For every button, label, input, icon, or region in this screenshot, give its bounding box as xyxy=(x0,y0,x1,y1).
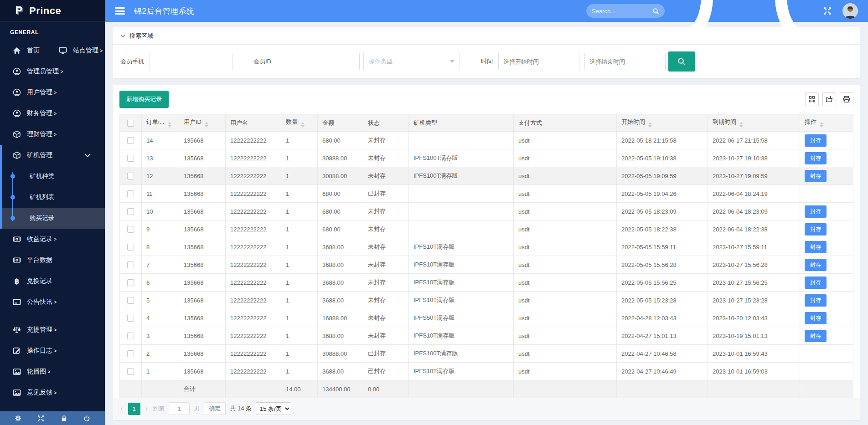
row-checkbox[interactable] xyxy=(127,297,134,304)
sidebar-item-平台数据[interactable]: 平台数据 xyxy=(0,250,105,271)
operation-type-select[interactable]: 操作类型 xyxy=(363,53,460,70)
sidebar-item-轮播图[interactable]: 轮播图> xyxy=(0,361,105,382)
seal-button[interactable]: 封存 xyxy=(805,312,827,324)
sidebar-item-label: 公告快讯 xyxy=(27,298,52,306)
column-header-checkbox xyxy=(120,114,142,132)
sidebar-item-财务管理[interactable]: 财务管理> xyxy=(0,103,105,124)
sidebar-item-管理员管理[interactable]: 管理员管理> xyxy=(0,61,105,82)
add-record-button[interactable]: 新增购买记录 xyxy=(119,91,169,108)
sidebar-subitem-购买记录[interactable]: 购买记录 xyxy=(2,208,105,229)
seal-button[interactable]: 封存 xyxy=(805,294,827,307)
row-checkbox[interactable] xyxy=(127,279,134,286)
goto-page-input[interactable] xyxy=(169,402,190,415)
sidebar-subitem-矿机列表[interactable]: 矿机列表 xyxy=(2,187,105,208)
fullscreen-toggle-icon[interactable] xyxy=(823,7,832,15)
seal-button[interactable]: 封存 xyxy=(805,152,827,164)
sidebar-item-操作日志[interactable]: 操作日志> xyxy=(0,340,105,361)
sort-icon[interactable] xyxy=(648,122,652,128)
power-icon[interactable] xyxy=(83,415,90,422)
row-checkbox[interactable] xyxy=(127,368,134,375)
column-header-user_id[interactable]: 用户ID xyxy=(179,114,226,132)
phone-input[interactable] xyxy=(150,53,232,70)
row-checkbox[interactable] xyxy=(127,244,134,251)
sort-icon[interactable] xyxy=(301,122,305,128)
page-size-select[interactable]: 15 条/页 xyxy=(256,402,291,415)
records-table-wrap: 订单i...用户ID用户名数量金额状态矿机类型支付方式开始时间到期时间操作 14… xyxy=(113,114,860,398)
column-header-start_time[interactable]: 开始时间 xyxy=(617,114,708,132)
print-button[interactable] xyxy=(840,92,853,106)
select-all-checkbox[interactable] xyxy=(127,120,134,127)
lock-icon[interactable] xyxy=(61,415,67,422)
sidebar-subitem-矿机种类[interactable]: 矿机种类 xyxy=(2,166,105,187)
hamburger-menu-icon[interactable] xyxy=(115,7,125,15)
seal-button[interactable]: 封存 xyxy=(805,330,827,342)
cell-end_time: 2023-10-27 15:23:28 xyxy=(708,292,800,309)
sidebar-item-兑换记录[interactable]: ฿兑换记录 xyxy=(0,271,105,292)
user-avatar[interactable] xyxy=(842,3,858,19)
end-time-input[interactable] xyxy=(584,53,666,70)
column-header-end_time[interactable]: 到期时间 xyxy=(708,114,800,132)
sidebar-item-矿机管理[interactable]: 矿机管理 xyxy=(2,145,105,166)
row-checkbox[interactable] xyxy=(127,333,134,339)
cell-payment: usdt xyxy=(514,274,617,292)
seal-button[interactable]: 封存 xyxy=(805,205,827,218)
table-row: 1213566812222222222130888.00未封存IPFS100T满… xyxy=(120,167,853,185)
sidebar-item-站点管理[interactable]: 站点管理> xyxy=(59,40,105,61)
search-input[interactable] xyxy=(592,8,650,15)
sidebar-item-用户管理[interactable]: 用户管理> xyxy=(0,82,105,103)
row-checkbox[interactable] xyxy=(127,155,134,162)
sidebar-item-公告快讯[interactable]: 公告快讯> xyxy=(0,292,105,312)
columns-toggle-button[interactable] xyxy=(805,92,819,106)
seal-button[interactable]: 封存 xyxy=(805,134,827,147)
cell-username: 12222222222 xyxy=(226,238,281,256)
row-checkbox[interactable] xyxy=(127,190,134,197)
row-checkbox[interactable] xyxy=(127,137,134,144)
seal-button[interactable]: 封存 xyxy=(805,241,827,253)
cell-order_id: 3 xyxy=(142,327,179,345)
row-checkbox[interactable] xyxy=(127,208,134,215)
sidebar-item-首页[interactable]: 首页 xyxy=(0,40,59,61)
sidebar-item-理财管理[interactable]: 理财管理> xyxy=(0,124,105,145)
column-header-action[interactable]: 操作 xyxy=(800,114,853,132)
seal-button[interactable]: 封存 xyxy=(805,223,827,236)
member-id-input[interactable] xyxy=(277,53,360,70)
column-header-order_id[interactable]: 订单i... xyxy=(142,114,179,132)
brand-logo[interactable]: PP Prince xyxy=(0,0,105,22)
row-checkbox[interactable] xyxy=(127,350,134,357)
column-header-qty[interactable]: 数量 xyxy=(281,114,318,132)
goto-confirm-button[interactable]: 确定 xyxy=(204,402,226,415)
sort-icon[interactable] xyxy=(168,122,171,128)
row-checkbox[interactable] xyxy=(127,261,134,268)
chevron-right-icon: > xyxy=(61,69,63,74)
sidebar-item-label: 站点管理 xyxy=(73,46,98,55)
cell-miner_type: IPFS100T满存版 xyxy=(409,345,514,363)
gear-icon[interactable] xyxy=(15,415,21,422)
chevron-right-icon: > xyxy=(54,111,57,116)
sidebar-item-收益记录[interactable]: 收益记录> xyxy=(0,229,105,250)
seal-button[interactable]: 封存 xyxy=(805,277,827,289)
sidebar-item-意见反馈[interactable]: 意见反馈> xyxy=(0,382,105,403)
current-page-button[interactable]: 1 xyxy=(128,403,140,415)
search-icon[interactable] xyxy=(652,8,659,15)
sort-icon[interactable] xyxy=(739,122,743,128)
next-page-button[interactable]: › xyxy=(145,404,149,413)
row-checkbox[interactable] xyxy=(127,226,134,233)
row-checkbox[interactable] xyxy=(127,173,134,179)
cell-amount: 3688.00 xyxy=(318,327,363,345)
sidebar-item-充提管理[interactable]: 充提管理> xyxy=(0,319,105,340)
fullscreen-icon[interactable] xyxy=(37,415,44,422)
export-button[interactable] xyxy=(822,92,836,106)
sort-icon[interactable] xyxy=(820,122,823,128)
cell-username: 12222222222 xyxy=(226,274,281,292)
seal-button[interactable]: 封存 xyxy=(805,170,827,182)
sidebar-item-label: 操作日志 xyxy=(27,347,52,355)
notifications-button[interactable]: 0 xyxy=(676,0,812,80)
row-checkbox[interactable] xyxy=(127,315,134,322)
start-time-input[interactable] xyxy=(498,53,579,70)
sort-icon[interactable] xyxy=(205,122,208,128)
summary-cell-checkbox xyxy=(120,380,142,398)
sidebar-item-label: 充提管理 xyxy=(27,326,52,334)
cell-user_id: 135668 xyxy=(179,274,226,292)
prev-page-button[interactable]: ‹ xyxy=(119,404,124,413)
seal-button[interactable]: 封存 xyxy=(805,259,827,271)
